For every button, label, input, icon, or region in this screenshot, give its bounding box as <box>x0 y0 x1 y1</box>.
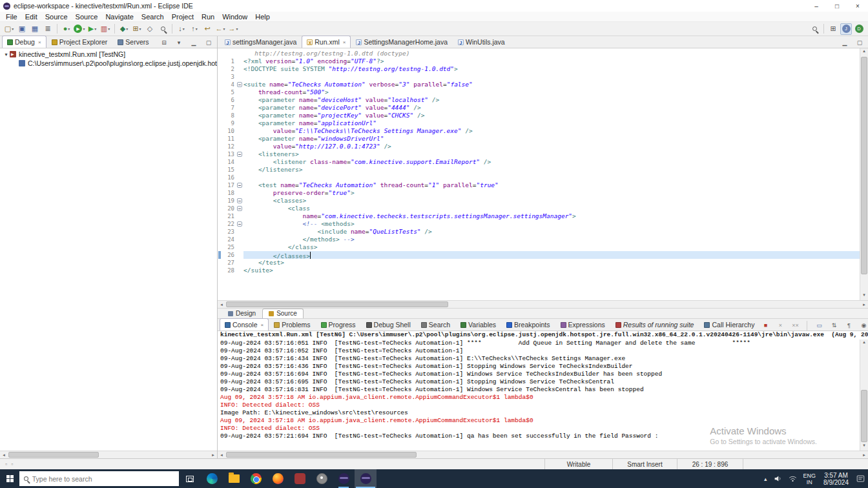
code-line-19[interactable]: 19 <classes> <box>218 197 860 205</box>
save-button[interactable]: ▣ <box>16 23 28 35</box>
close-window-button[interactable]: × <box>847 0 868 12</box>
volume-button[interactable] <box>770 469 785 488</box>
hidden-icons-button[interactable]: ▴ <box>761 469 770 488</box>
view-tab-debug[interactable]: Debug× <box>2 36 46 48</box>
search-toolbar-button[interactable] <box>809 23 820 35</box>
menu-source-2[interactable]: Source <box>41 13 72 21</box>
bottom-tab-variables[interactable]: Variables <box>455 318 501 330</box>
code-line-8[interactable]: 8 <parameter name="projectKey" value="CH… <box>218 112 860 119</box>
code-line-7[interactable]: 7 <parameter name="devicePort" value="44… <box>218 104 860 112</box>
open-type-button[interactable]: ◇ <box>144 23 156 35</box>
language-indicator[interactable]: ENG IN <box>800 469 820 488</box>
editor-tab-settingsmanager-java[interactable]: JsettingsManager.java <box>220 36 302 48</box>
java-perspective-button[interactable]: J <box>840 23 852 35</box>
bottom-tab-debug-shell[interactable]: Debug Shell <box>361 318 416 330</box>
scroll-up-icon[interactable]: ▴ <box>860 48 868 56</box>
bottom-tab-search[interactable]: Search <box>416 318 455 330</box>
gimp-app[interactable] <box>311 469 333 488</box>
code-line-15[interactable]: 15 </listeners> <box>218 166 860 174</box>
menu-search-5[interactable]: Search <box>138 13 168 21</box>
scroll-left-icon[interactable]: ◂ <box>218 452 225 458</box>
fold-collapse-icon[interactable] <box>237 183 242 188</box>
bottom-tab-console[interactable]: Console× <box>220 318 269 330</box>
tree-item-1[interactable]: C:\Users\immuser\.p2\pool\plugins\org.ec… <box>0 59 217 68</box>
code-line-9[interactable]: 9 <parameter name="applicationUrl" <box>218 119 860 127</box>
firefox-app[interactable] <box>267 469 289 488</box>
bottom-tab-call-hierarchy[interactable]: Call Hierarchy <box>699 318 760 330</box>
maximize-view-button[interactable]: ▢ <box>203 37 214 48</box>
editor-hscrollbar[interactable]: ◂ ▸ <box>218 300 868 308</box>
code-line-16[interactable]: 16 <box>218 174 860 181</box>
editor-tab-run-xml[interactable]: XRun.xml× <box>302 36 351 48</box>
code-line-27[interactable]: 27 </test> <box>218 259 860 267</box>
coverage-button[interactable]: ▥▾ <box>99 23 111 35</box>
eclipse-launcher-app[interactable] <box>333 469 355 488</box>
console-view[interactable]: 09-Aug-2024 03:57:16:051 INFO [TestNG-te… <box>218 340 868 451</box>
console-hscrollbar[interactable]: ◂ ▸ <box>218 451 868 458</box>
red-app[interactable] <box>289 469 311 488</box>
fold-collapse-icon[interactable] <box>237 198 242 203</box>
run-button[interactable]: ▶▾ <box>74 23 85 35</box>
collapse-all-button[interactable]: ⊟ <box>159 37 169 48</box>
code-line-2[interactable]: 2<!DOCTYPE suite SYSTEM "http://testng.o… <box>218 65 860 73</box>
new-package-button[interactable]: ⊞▾ <box>131 23 143 35</box>
close-tab-icon[interactable]: × <box>38 39 41 45</box>
external-tools-button[interactable]: ▶▾ <box>87 23 98 35</box>
print-button[interactable]: ≣ <box>42 23 54 35</box>
scroll-right-icon[interactable]: ▸ <box>209 452 217 458</box>
save-all-button[interactable]: ▦ <box>29 23 41 35</box>
clear-console-button[interactable]: ▭ <box>814 320 824 330</box>
new-wizard-button[interactable]: ▢▾ <box>3 23 15 35</box>
fold-collapse-icon[interactable] <box>237 206 242 211</box>
menu-help-9[interactable]: Help <box>251 13 274 21</box>
fold-collapse-icon[interactable] <box>237 221 242 227</box>
code-line-10[interactable]: 10 value="E:\\TeChecks\\TeChecks Setting… <box>218 127 860 135</box>
view-tab-project-explorer[interactable]: Project Explorer <box>46 36 113 48</box>
minimize-window-button[interactable]: – <box>806 0 827 12</box>
code-line-3[interactable]: 3 <box>218 73 860 81</box>
forward-button[interactable]: →▾ <box>227 23 239 35</box>
scroll-down-icon[interactable]: ▾ <box>860 292 868 300</box>
editor-vscrollbar[interactable]: ▴ ▾ <box>860 48 868 300</box>
maximize-view-button[interactable]: ▢ <box>854 37 865 48</box>
bottom-tab-breakpoints[interactable]: Breakpoints <box>501 318 555 330</box>
code-line-24[interactable]: 24 </methods> --> <box>218 236 860 243</box>
minimize-view-button[interactable]: ▁ <box>840 37 850 48</box>
code-line-28[interactable]: 28</suite> <box>218 267 860 274</box>
close-tab-icon[interactable]: × <box>343 39 346 45</box>
editor-tab-settingsmanagerhome-java[interactable]: JSettingsManagerHome.java <box>351 36 453 48</box>
bottom-tab-problems[interactable]: Problems <box>269 318 315 330</box>
code-line-22[interactable]: 22 <!-- <methods> <box>218 220 860 228</box>
code-line-21[interactable]: 21 name="com.kinective.techecks.testscri… <box>218 212 860 220</box>
code-line-5[interactable]: 5 thread-count="500"> <box>218 88 860 96</box>
menu-navigate-4[interactable]: Navigate <box>101 13 137 21</box>
menu-file-0[interactable]: File <box>2 13 21 21</box>
bottom-tab-progress[interactable]: Progress <box>316 318 361 330</box>
menu-run-7[interactable]: Run <box>198 13 218 21</box>
close-tab-icon[interactable]: × <box>261 322 264 328</box>
bottom-tab-results-of-running-suite[interactable]: Results of running suite <box>610 318 699 330</box>
bottom-tab-expressions[interactable]: Expressions <box>555 318 610 330</box>
new-java-class-button[interactable]: ◆▾ <box>118 23 130 35</box>
view-menu-button[interactable]: ▾ <box>174 37 184 48</box>
page-tab-design[interactable]: Design <box>222 309 262 318</box>
pin-console-button[interactable]: ◉ <box>858 320 868 330</box>
word-wrap-button[interactable]: ¶ <box>843 320 854 330</box>
menu-edit-1[interactable]: Edit <box>21 13 41 21</box>
eclipse-ide-app[interactable] <box>355 469 377 488</box>
open-perspective-button[interactable]: ⊞ <box>827 23 839 35</box>
search-button[interactable] <box>157 23 169 35</box>
code-line-6[interactable]: 6 <parameter name="deviceHost" value="lo… <box>218 96 860 104</box>
code-line-4[interactable]: 4<suite name="TeChecks Automation" verbo… <box>218 81 860 88</box>
scroll-lock-button[interactable]: ⇅ <box>829 320 839 330</box>
page-tab-source[interactable]: Source <box>262 309 304 318</box>
code-line-13[interactable]: 13 <listeners> <box>218 150 860 158</box>
code-line-12[interactable]: 12 value="http://127.0.0.1:4723" /> <box>218 143 860 150</box>
scroll-left-icon[interactable]: ◂ <box>0 452 8 458</box>
expander-icon[interactable]: ▾ <box>3 52 10 57</box>
maximize-window-button[interactable]: □ <box>827 0 847 12</box>
debug-panel-hscrollbar[interactable]: ◂ ▸ <box>0 451 217 458</box>
code-line-26[interactable]: 26 </classes> <box>218 251 860 259</box>
action-center-button[interactable] <box>853 469 868 488</box>
edge-app[interactable] <box>201 469 223 488</box>
